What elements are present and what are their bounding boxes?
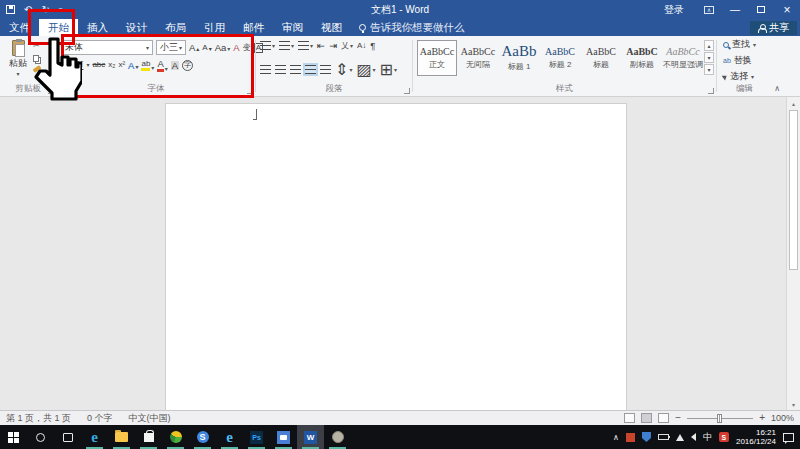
zoom-out-button[interactable]: − — [675, 413, 681, 423]
zoom-slider-thumb[interactable] — [717, 414, 722, 423]
word-taskbar-button[interactable]: W — [297, 425, 324, 449]
maximize-button[interactable] — [748, 0, 774, 19]
print-layout-button[interactable] — [641, 413, 652, 423]
ribbon-display-options-icon[interactable]: ∧ — [696, 0, 722, 19]
scroll-up-icon[interactable]: ▴ — [787, 97, 800, 109]
asian-layout-button[interactable]: 乂▾ — [341, 42, 353, 50]
clear-formatting-button[interactable]: A — [233, 43, 239, 53]
text-effects-button[interactable]: A▾ — [128, 61, 138, 71]
tab-file[interactable]: 文件 — [0, 19, 39, 36]
styles-dialog-launcher[interactable] — [708, 88, 714, 94]
style-no-spacing[interactable]: AaBbCc 无间隔 — [458, 40, 498, 76]
style-title[interactable]: AaBbC 标题 — [581, 40, 621, 76]
bold-button[interactable]: B — [61, 61, 67, 71]
italic-button[interactable]: I — [70, 61, 73, 71]
tab-layout[interactable]: 布局 — [156, 19, 195, 36]
style-heading1[interactable]: AaBb 标题 1 — [499, 40, 539, 76]
sogou-ime-icon[interactable]: S — [719, 432, 729, 442]
paste-button[interactable]: 粘贴 ▾ — [5, 40, 31, 84]
tab-home[interactable]: 开始 — [39, 19, 78, 36]
underline-button[interactable]: U — [77, 61, 84, 71]
minimize-button[interactable]: — — [722, 0, 748, 19]
sign-in-button[interactable]: 登录 — [652, 3, 696, 17]
increase-indent-button[interactable]: ⇥ — [329, 41, 337, 51]
copy-icon[interactable] — [33, 55, 39, 62]
zoom-in-button[interactable]: + — [759, 413, 765, 423]
scrollbar-thumb[interactable] — [789, 110, 798, 270]
font-size-combo[interactable]: 小三 ▾ — [156, 40, 186, 55]
internet-explorer-button[interactable]: e — [216, 425, 243, 449]
word-count[interactable]: 0 个字 — [87, 412, 113, 425]
shading-button[interactable]: ▨▾ — [356, 60, 375, 79]
distribute-button[interactable] — [320, 65, 331, 74]
styles-more-icon[interactable]: ▾ — [704, 64, 714, 75]
align-center-button[interactable] — [275, 65, 286, 74]
line-spacing-button[interactable]: ⇕▾ — [335, 60, 352, 79]
format-painter-icon[interactable] — [33, 65, 42, 73]
battery-icon[interactable] — [658, 434, 669, 440]
hidden-icons-chevron[interactable]: ∧ — [613, 433, 619, 442]
style-subtle-emphasis[interactable]: AaBbCc 不明显强调 — [663, 40, 703, 76]
shrink-font-button[interactable]: A▾ — [202, 44, 211, 52]
decrease-indent-button[interactable]: ⇤ — [317, 41, 325, 51]
task-view-button[interactable] — [54, 425, 81, 449]
zoom-slider[interactable] — [687, 413, 753, 423]
underline-dropdown-icon[interactable]: ▾ — [86, 62, 89, 68]
font-color-button[interactable]: A▾ — [157, 59, 167, 72]
read-mode-button[interactable] — [624, 413, 635, 423]
phonetic-guide-button[interactable]: 变 — [243, 44, 251, 52]
tray-app-icon[interactable] — [626, 433, 635, 442]
show-hide-marks-button[interactable]: ¶ — [370, 41, 375, 51]
ime-indicator[interactable]: 中 — [703, 431, 712, 444]
vertical-scrollbar[interactable]: ▴ ▾ — [786, 97, 800, 410]
bullets-button[interactable]: ▾ — [260, 41, 275, 50]
tab-review[interactable]: 审阅 — [273, 19, 312, 36]
font-dialog-launcher[interactable] — [247, 88, 253, 94]
find-button[interactable]: 查找 ▾ — [723, 38, 772, 51]
sogou-browser-button[interactable]: S — [189, 425, 216, 449]
subscript-button[interactable]: x₂ — [108, 61, 115, 69]
style-normal[interactable]: AaBbCc 正文 — [417, 40, 457, 76]
app-button[interactable] — [324, 425, 351, 449]
align-right-button[interactable] — [290, 65, 301, 74]
tab-design[interactable]: 设计 — [117, 19, 156, 36]
clipboard-dialog-launcher[interactable] — [48, 88, 54, 94]
change-case-button[interactable]: Aa▾ — [215, 43, 231, 53]
photoshop-button[interactable]: Ps — [243, 425, 270, 449]
language-indicator[interactable]: 中文(中国) — [129, 412, 171, 425]
close-button[interactable]: × — [774, 0, 800, 19]
cut-icon[interactable]: ✂ — [33, 41, 41, 50]
search-button[interactable] — [27, 425, 54, 449]
page-indicator[interactable]: 第 1 页，共 1 页 — [6, 412, 71, 425]
justify-button[interactable] — [305, 65, 316, 74]
select-button[interactable]: 选择 ▾ — [723, 70, 772, 83]
style-subtitle[interactable]: AaBbC 副标题 — [622, 40, 662, 76]
character-shading-button[interactable]: A — [171, 61, 179, 71]
web-layout-button[interactable] — [658, 413, 669, 423]
enclose-characters-button[interactable]: 字 — [182, 60, 193, 71]
highlight-color-button[interactable]: ab▾ — [141, 60, 154, 71]
tab-references[interactable]: 引用 — [195, 19, 234, 36]
font-name-combo[interactable]: 宋体 ▾ — [61, 40, 153, 55]
file-explorer-button[interactable] — [108, 425, 135, 449]
action-center-icon[interactable] — [783, 433, 794, 442]
styles-scroll-up-icon[interactable]: ▴ — [704, 40, 714, 51]
align-left-button[interactable] — [260, 65, 271, 74]
grow-font-button[interactable]: A▴ — [189, 43, 199, 53]
replace-button[interactable]: ab 替换 — [723, 54, 772, 67]
customize-qat-icon[interactable]: ▾ — [59, 6, 63, 13]
tab-view[interactable]: 视图 — [312, 19, 351, 36]
zoom-level[interactable]: 100% — [771, 413, 794, 423]
styles-scroll-down-icon[interactable]: ▾ — [704, 52, 714, 63]
superscript-button[interactable]: x² — [118, 61, 125, 69]
edge-button[interactable]: e — [81, 425, 108, 449]
strikethrough-button[interactable]: abc — [92, 61, 105, 69]
tab-mailings[interactable]: 邮件 — [234, 19, 273, 36]
numbering-button[interactable]: ▾ — [279, 41, 294, 50]
paragraph-dialog-launcher[interactable] — [404, 88, 410, 94]
undo-icon[interactable]: ↶ — [24, 5, 32, 15]
security-shield-icon[interactable] — [642, 432, 651, 442]
browser-360-button[interactable] — [162, 425, 189, 449]
save-icon[interactable] — [6, 5, 15, 14]
speaker-icon[interactable] — [691, 433, 696, 441]
